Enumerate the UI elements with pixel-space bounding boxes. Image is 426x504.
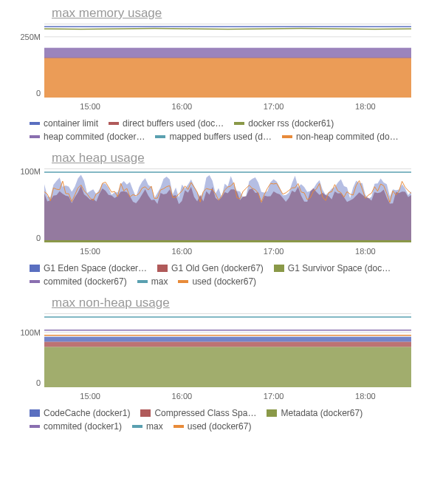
legend-label: G1 Eden Space (docker…: [44, 263, 147, 273]
legend-label: max: [151, 276, 168, 287]
legend-swatch: [178, 280, 188, 283]
legend-item[interactable]: used (docker67): [178, 276, 256, 287]
x-tick: 18:00: [355, 102, 376, 111]
legend-label: G1 Old Gen (docker67): [171, 263, 264, 273]
x-tick: 15:00: [80, 102, 100, 111]
legend: G1 Eden Space (docker…G1 Old Gen (docker…: [15, 263, 411, 287]
legend-label: G1 Survivor Space (doc…: [288, 263, 391, 273]
legend-swatch: [30, 280, 40, 283]
legend-label: non-heap commited (do…: [296, 132, 399, 142]
legend-swatch: [174, 425, 184, 428]
chart-3: [44, 313, 411, 387]
legend-swatch: [155, 135, 165, 138]
legend-item[interactable]: Metadata (docker67): [267, 408, 363, 418]
legend-swatch: [234, 122, 244, 125]
x-tick: 17:00: [264, 102, 284, 111]
legend-label: mapped buffers used (d…: [169, 132, 272, 142]
legend-label: used (docker67): [188, 421, 252, 432]
legend-swatch: [30, 409, 40, 417]
nonheap-panel: max non-heap usage 100M 0 15:00 16:00 17…: [0, 290, 426, 435]
x-tick: 18:00: [355, 247, 376, 256]
legend-item[interactable]: commited (docker1): [30, 421, 122, 432]
legend-swatch: [267, 409, 277, 417]
legend-swatch: [30, 425, 40, 428]
legend-swatch: [132, 425, 142, 428]
legend-item[interactable]: max: [137, 276, 168, 287]
x-axis: 15:00 16:00 17:00 18:00: [15, 247, 411, 256]
x-tick: 17:00: [264, 392, 284, 401]
legend-swatch: [30, 122, 40, 125]
legend-item[interactable]: docker rss (docker61): [234, 118, 334, 129]
legend: container limitdirect buffers used (doc……: [15, 118, 411, 142]
legend-swatch: [274, 265, 284, 272]
y-tick: 250M: [11, 33, 41, 41]
legend-label: docker rss (docker61): [248, 118, 334, 129]
legend-swatch: [157, 265, 168, 272]
legend-label: direct buffers used (doc…: [123, 118, 224, 129]
x-tick: 16:00: [172, 392, 193, 401]
x-tick: 17:00: [264, 247, 284, 256]
y-tick: 0: [11, 89, 41, 98]
svg-rect-11: [44, 342, 411, 347]
chart-1: [44, 24, 411, 98]
legend-item[interactable]: mapped buffers used (d…: [155, 132, 272, 142]
x-axis: 15:00 16:00 17:00 18:00: [15, 392, 411, 401]
legend-label: Metadata (docker67): [281, 408, 363, 418]
legend-label: CodeCache (docker1): [44, 408, 130, 418]
x-tick: 15:00: [80, 392, 100, 401]
legend-swatch: [282, 135, 292, 138]
legend-swatch: [140, 409, 151, 417]
chart-svg: [44, 24, 411, 98]
legend-item[interactable]: G1 Survivor Space (doc…: [274, 263, 391, 273]
panel-title: max memory usage: [52, 6, 411, 21]
legend-label: used (docker67): [192, 276, 256, 287]
legend-item[interactable]: CodeCache (docker1): [30, 408, 130, 418]
panel-title: max non-heap usage: [52, 296, 411, 310]
legend-swatch: [30, 135, 40, 138]
legend-swatch: [30, 265, 40, 272]
panel-title: max heap usage: [52, 151, 411, 166]
x-tick: 16:00: [172, 247, 193, 256]
legend-item[interactable]: Compressed Class Spa…: [140, 408, 256, 418]
svg-rect-10: [44, 337, 411, 342]
y-tick: 100M: [11, 328, 41, 337]
y-tick: 0: [11, 378, 41, 387]
legend-item[interactable]: max: [132, 421, 163, 432]
legend-item[interactable]: used (docker67): [174, 421, 252, 432]
legend-item[interactable]: commited (docker67): [30, 276, 127, 287]
chart-2: [44, 168, 411, 242]
legend-label: commited (docker1): [44, 421, 122, 432]
svg-rect-5: [44, 240, 411, 242]
heap-panel: max heap usage 100M 0 15:00 16:00 17:00 …: [0, 145, 426, 290]
legend-item[interactable]: container limit: [30, 118, 98, 129]
legend-swatch: [137, 280, 148, 283]
chart-svg: [44, 314, 411, 387]
legend: CodeCache (docker1)Compressed Class Spa……: [15, 408, 411, 432]
legend-item[interactable]: G1 Old Gen (docker67): [157, 263, 264, 273]
x-tick: 16:00: [172, 102, 193, 111]
chart-svg: [44, 169, 411, 242]
legend-label: Compressed Class Spa…: [154, 408, 256, 418]
legend-item[interactable]: G1 Eden Space (docker…: [30, 263, 147, 273]
legend-item[interactable]: heap commited (docker…: [30, 132, 145, 142]
legend-swatch: [109, 122, 119, 125]
x-tick: 18:00: [355, 392, 376, 401]
x-tick: 15:00: [80, 247, 100, 256]
legend-item[interactable]: non-heap commited (do…: [282, 132, 399, 142]
svg-rect-12: [44, 347, 411, 387]
memory-panel: max memory usage 250M 0 15:00 16:00 17:0…: [0, 0, 426, 145]
svg-rect-1: [44, 58, 411, 98]
legend-label: heap commited (docker…: [44, 132, 145, 142]
y-tick: 0: [11, 234, 41, 242]
y-tick: 100M: [11, 167, 41, 176]
svg-rect-2: [44, 48, 411, 58]
legend-item[interactable]: direct buffers used (doc…: [109, 118, 224, 129]
x-axis: 15:00 16:00 17:00 18:00: [15, 102, 411, 111]
legend-label: commited (docker67): [44, 276, 127, 287]
legend-label: container limit: [44, 118, 98, 129]
legend-label: max: [146, 421, 163, 432]
